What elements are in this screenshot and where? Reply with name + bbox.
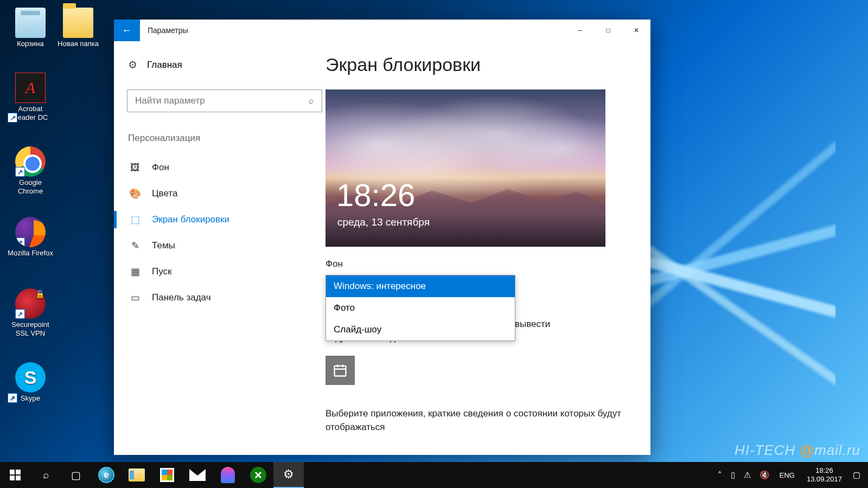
taskbar: ⌕ ▢ e ✕ ⚙ ˄ ▯ ⚠ 🔇 ENG 18:26 13.09.2017 ▢ xyxy=(0,462,868,488)
start-icon: ▦ xyxy=(129,266,141,278)
acrobat-icon: A↗ xyxy=(15,73,46,103)
start-button[interactable] xyxy=(0,462,30,488)
mail-icon xyxy=(189,469,206,481)
tray-language[interactable]: ENG xyxy=(774,471,800,479)
settings-window: ← Параметры ─ □ ✕ ⚙ Главная ⌕ Персонализ… xyxy=(114,20,650,455)
svg-rect-4 xyxy=(10,470,15,474)
paint3d-icon xyxy=(221,467,235,483)
detailed-status-app-tile[interactable] xyxy=(326,356,355,385)
desktop-icon-label: Skype xyxy=(21,394,40,403)
back-button[interactable]: ← xyxy=(114,20,140,41)
search-icon: ⌕ xyxy=(43,469,49,481)
firefox-icon: ↗ xyxy=(15,217,46,247)
recycle-bin-icon xyxy=(15,8,46,38)
preview-time: 18:26 xyxy=(336,177,415,213)
background-dropdown[interactable]: Windows: интересное Фото Слайд-шоу xyxy=(326,275,515,341)
desktop-icon-skype[interactable]: S↗ Skype xyxy=(8,362,53,403)
page-title: Экран блокировки xyxy=(326,54,629,75)
shortcut-overlay-icon: ↗ xyxy=(15,309,25,319)
taskbar-app-settings[interactable]: ⚙ xyxy=(273,462,304,488)
sidebar-home[interactable]: ⚙ Главная xyxy=(127,55,309,74)
sidebar-item-label: Фон xyxy=(152,162,169,173)
desktop-icon-label: Новая папка xyxy=(58,40,99,48)
search-icon: ⌕ xyxy=(309,96,314,106)
gear-icon: ⚙ xyxy=(128,59,137,71)
svg-rect-0 xyxy=(335,366,346,376)
titlebar[interactable]: ← Параметры ─ □ ✕ xyxy=(114,20,650,41)
sidebar-item-start[interactable]: ▦ Пуск xyxy=(127,259,309,285)
sidebar-category: Персонализация xyxy=(127,133,309,144)
shortcut-overlay-icon: ↗ xyxy=(15,237,25,247)
sidebar-item-label: Цвета xyxy=(152,188,177,199)
desktop-icon-label: Mozilla Firefox xyxy=(8,249,53,258)
desktop-icon-vpn[interactable]: ↗ Securepoint SSL VPN xyxy=(8,288,53,338)
folder-icon xyxy=(63,8,93,38)
skype-icon: S↗ xyxy=(15,362,46,393)
sidebar-item-taskbar[interactable]: ▭ Панель задач xyxy=(127,285,309,311)
desktop-icon-label: Securepoint SSL VPN xyxy=(8,320,53,338)
explorer-icon xyxy=(129,468,145,481)
tray-notifications-icon[interactable]: ▢ xyxy=(848,470,865,480)
desktop-icon-label: Google Chrome xyxy=(8,178,53,196)
picture-icon: 🖼 xyxy=(129,162,141,174)
edge-icon: e xyxy=(98,467,114,483)
svg-rect-7 xyxy=(16,476,21,480)
maximize-button[interactable]: □ xyxy=(594,20,622,41)
tray-date: 13.09.2017 xyxy=(807,475,842,484)
tray-chevron-up-icon[interactable]: ˄ xyxy=(713,470,726,480)
tray-battery-icon[interactable]: ▯ xyxy=(726,470,739,480)
desktop-icon-label: Корзина xyxy=(17,40,44,48)
sidebar-item-background[interactable]: 🖼 Фон xyxy=(127,155,309,181)
lockscreen-icon: ⬚ xyxy=(129,214,141,226)
svg-rect-5 xyxy=(16,470,21,474)
tray-wifi-icon[interactable]: ⚠ xyxy=(739,470,755,480)
minimize-button[interactable]: ─ xyxy=(566,20,594,41)
brief-status-label: Выберите приложения, краткие сведения о … xyxy=(326,407,629,434)
lockscreen-preview: 18:26 среда, 13 сентября xyxy=(326,89,605,247)
task-view-button[interactable]: ▢ xyxy=(61,462,91,488)
sidebar-item-lockscreen[interactable]: ⬚ Экран блокировки xyxy=(127,207,309,233)
gear-icon: ⚙ xyxy=(283,467,294,481)
sidebar-item-label: Экран блокировки xyxy=(152,214,229,225)
dropdown-option-slideshow[interactable]: Слайд-шоу xyxy=(326,319,515,341)
shortcut-overlay-icon: ↗ xyxy=(8,113,17,123)
close-button[interactable]: ✕ xyxy=(622,20,650,41)
taskbar-app-explorer[interactable] xyxy=(122,462,152,488)
sidebar-item-themes[interactable]: ✎ Темы xyxy=(127,233,309,259)
store-icon xyxy=(160,468,174,482)
taskbar-app-store[interactable] xyxy=(152,462,182,488)
taskbar-app-paint3d[interactable] xyxy=(213,462,243,488)
tray-volume-icon[interactable]: 🔇 xyxy=(755,470,774,480)
tray-time: 18:26 xyxy=(807,466,842,475)
watermark: HI-TECH @mail.ru xyxy=(735,442,860,459)
search-input[interactable]: ⌕ xyxy=(127,89,322,112)
shortcut-overlay-icon: ↗ xyxy=(15,167,25,177)
desktop-icon-chrome[interactable]: ↗ Google Chrome xyxy=(8,146,53,196)
background-label: Фон xyxy=(326,259,629,269)
sidebar-item-colors[interactable]: 🎨 Цвета xyxy=(127,181,309,207)
taskbar-app-mail[interactable] xyxy=(182,462,213,488)
desktop-icon-folder[interactable]: Новая папка xyxy=(55,8,101,48)
window-title: Параметры xyxy=(148,26,188,35)
xbox-icon: ✕ xyxy=(250,467,266,483)
search-field[interactable] xyxy=(135,95,309,106)
shortcut-overlay-icon: ↗ xyxy=(8,393,17,403)
system-tray: ˄ ▯ ⚠ 🔇 ENG 18:26 13.09.2017 ▢ xyxy=(713,466,868,484)
taskbar-app-xbox[interactable]: ✕ xyxy=(243,462,273,488)
taskview-icon: ▢ xyxy=(71,469,81,481)
chrome-icon: ↗ xyxy=(15,146,46,177)
preview-date: среда, 13 сентября xyxy=(337,216,430,228)
desktop-icon-firefox[interactable]: ↗ Mozilla Firefox xyxy=(8,217,53,258)
vpn-icon: ↗ xyxy=(15,288,46,319)
taskbar-app-edge[interactable]: e xyxy=(91,462,122,488)
svg-rect-6 xyxy=(10,476,15,480)
sidebar-home-label: Главная xyxy=(147,60,182,70)
dropdown-option-photo[interactable]: Фото xyxy=(326,297,515,319)
tray-clock[interactable]: 18:26 13.09.2017 xyxy=(800,466,848,484)
dropdown-option-spotlight[interactable]: Windows: интересное xyxy=(326,275,515,297)
content: Экран блокировки 18:26 среда, 13 сентябр… xyxy=(315,41,650,455)
search-button[interactable]: ⌕ xyxy=(30,462,61,488)
sidebar: ⚙ Главная ⌕ Персонализация 🖼 Фон 🎨 Цвета… xyxy=(114,41,315,455)
desktop-icon-recycle-bin[interactable]: Корзина xyxy=(8,8,53,48)
desktop-icon-acrobat[interactable]: A↗ Acrobat Reader DC xyxy=(8,73,53,123)
